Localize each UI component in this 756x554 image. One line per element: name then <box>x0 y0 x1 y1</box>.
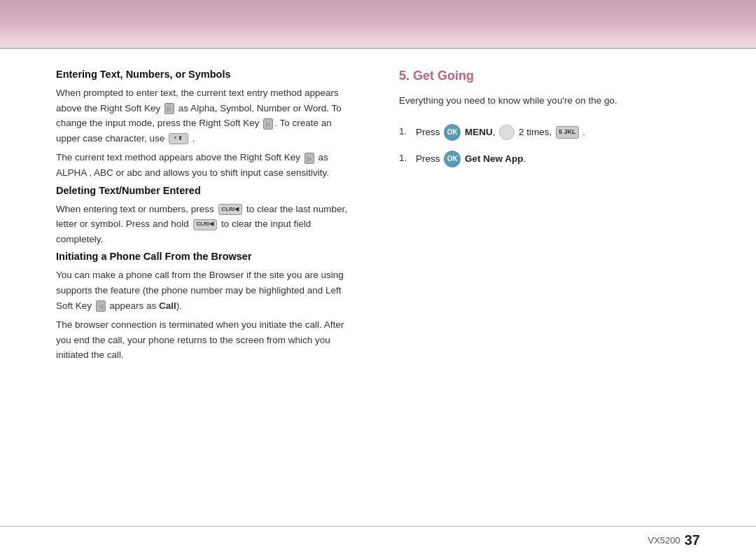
footer-model: VX5200 <box>648 535 680 546</box>
soft-key-icon-2: ▷ <box>263 118 273 130</box>
entering-text-para-1: When prompted to enter text, the current… <box>56 85 357 146</box>
step-1-num: 1. <box>399 124 416 139</box>
section-title: Get Going <box>413 69 474 83</box>
left-column: Entering Text, Numbers, or Symbols When … <box>56 69 357 512</box>
section-number: 5. <box>399 69 410 83</box>
step-1-text: Press OK MENU, 2 times, 5 JKL . <box>416 124 585 141</box>
entering-text-para-2: The current text method appears above th… <box>56 150 357 180</box>
header-bar <box>0 0 756 48</box>
content-area: Entering Text, Numbers, or Symbols When … <box>0 48 756 526</box>
soft-key-icon-1: ▷ <box>164 103 174 114</box>
nav-btn <box>499 125 514 140</box>
heading-deleting-text: Deleting Text/Number Entered <box>56 185 357 196</box>
ok-button-2: OK <box>444 151 461 167</box>
footer: VX5200 37 <box>0 526 756 554</box>
star-key-badge: * ⬆ <box>169 133 188 144</box>
soft-key-icon-call: ◁ <box>96 300 106 312</box>
heading-entering-text: Entering Text, Numbers, or Symbols <box>56 69 357 80</box>
soft-key-icon-3: ▷ <box>304 153 314 164</box>
get-going-heading: 5. Get Going <box>399 69 700 83</box>
step-2-num: 1. <box>399 151 416 166</box>
step-2-text: Press OK Get New App. <box>416 151 526 167</box>
step-1: 1. Press OK MENU, 2 times, 5 JKL . <box>399 124 700 141</box>
right-column: 5. Get Going Everything you need to know… <box>399 69 700 512</box>
initiating-call-para-1: You can make a phone call from the Brows… <box>56 268 357 313</box>
section-initiating-call: Initiating a Phone Call From the Browser… <box>56 251 357 363</box>
clr-badge-1: CLR/◀ <box>218 204 243 215</box>
footer-page: 37 <box>685 532 700 548</box>
clr-badge-2: CLR/◀ <box>193 219 218 230</box>
section-deleting-text: Deleting Text/Number Entered When enteri… <box>56 185 357 247</box>
deleting-text-para-1: When entering text or numbers, press CLR… <box>56 202 357 247</box>
key-5jkl: 5 JKL <box>556 126 579 139</box>
section-entering-text: Entering Text, Numbers, or Symbols When … <box>56 69 357 181</box>
get-going-intro: Everything you need to know while you're… <box>399 93 700 109</box>
ok-button-1: OK <box>444 124 461 141</box>
heading-initiating-call: Initiating a Phone Call From the Browser <box>56 251 357 262</box>
initiating-call-para-2: The browser connection is terminated whe… <box>56 317 357 363</box>
step-2: 1. Press OK Get New App. <box>399 151 700 167</box>
